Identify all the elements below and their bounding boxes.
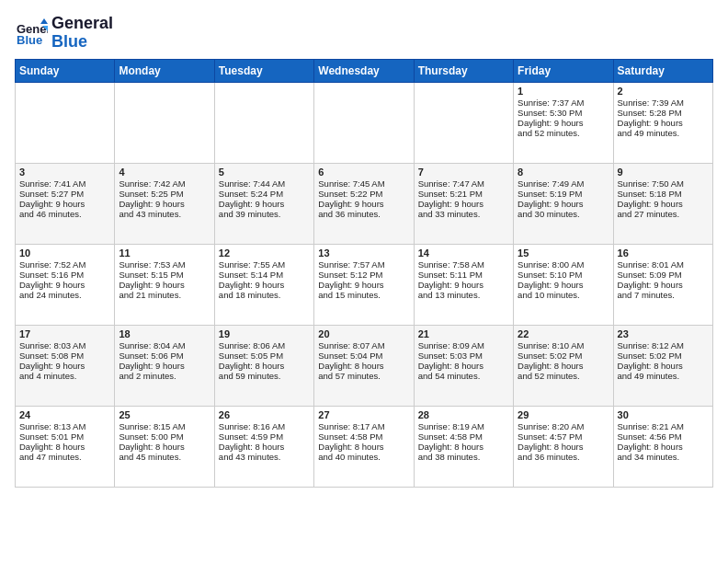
day-info: Sunrise: 7:39 AM	[618, 98, 709, 108]
day-info: Daylight: 9 hours	[318, 199, 409, 209]
day-info: Daylight: 9 hours	[219, 199, 310, 209]
calendar-cell: 25Sunrise: 8:15 AMSunset: 5:00 PMDayligh…	[115, 406, 214, 487]
weekday-header: Wednesday	[314, 59, 414, 82]
day-info: Daylight: 8 hours	[318, 361, 409, 371]
day-info: and 36 minutes.	[518, 452, 609, 462]
calendar-cell	[16, 82, 115, 163]
calendar-cell: 11Sunrise: 7:53 AMSunset: 5:15 PMDayligh…	[115, 244, 214, 325]
day-info: and 4 minutes.	[19, 371, 110, 381]
day-info: Sunset: 4:58 PM	[318, 431, 409, 442]
calendar-header: SundayMondayTuesdayWednesdayThursdayFrid…	[16, 59, 713, 82]
logo-blue: Blue	[51, 33, 113, 52]
day-info: and 43 minutes.	[119, 209, 210, 219]
day-number: 23	[618, 328, 709, 339]
day-info: Sunrise: 8:21 AM	[618, 421, 709, 431]
day-info: Daylight: 9 hours	[618, 118, 709, 128]
day-number: 20	[318, 328, 409, 339]
day-info: Daylight: 9 hours	[518, 118, 609, 128]
day-number: 24	[19, 409, 110, 420]
day-info: Daylight: 9 hours	[119, 199, 210, 209]
day-info: and 21 minutes.	[119, 290, 210, 300]
day-info: Sunrise: 7:57 AM	[318, 259, 409, 270]
calendar-cell: 21Sunrise: 8:09 AMSunset: 5:03 PMDayligh…	[414, 325, 513, 406]
day-info: and 13 minutes.	[418, 290, 509, 300]
day-info: Sunset: 5:04 PM	[318, 350, 409, 361]
calendar-cell	[115, 82, 214, 163]
day-info: Sunset: 4:59 PM	[219, 431, 310, 442]
day-info: Sunrise: 8:01 AM	[618, 259, 709, 270]
calendar-week-row: 3Sunrise: 7:41 AMSunset: 5:27 PMDaylight…	[16, 163, 713, 244]
day-number: 10	[19, 247, 110, 259]
day-info: Daylight: 8 hours	[19, 442, 110, 452]
day-info: Daylight: 9 hours	[618, 280, 709, 290]
day-info: Daylight: 9 hours	[19, 361, 110, 371]
day-number: 17	[19, 328, 110, 339]
day-info: and 47 minutes.	[19, 452, 110, 462]
calendar-cell: 26Sunrise: 8:16 AMSunset: 4:59 PMDayligh…	[214, 406, 313, 487]
calendar-cell	[214, 82, 313, 163]
calendar-cell	[414, 82, 513, 163]
calendar-week-row: 24Sunrise: 8:13 AMSunset: 5:01 PMDayligh…	[16, 406, 713, 487]
day-number: 14	[418, 247, 509, 259]
calendar-cell	[314, 82, 414, 163]
day-number: 30	[618, 409, 709, 420]
day-info: Sunset: 5:06 PM	[119, 350, 210, 361]
day-info: and 52 minutes.	[518, 371, 609, 381]
day-info: Daylight: 8 hours	[618, 442, 709, 452]
calendar-cell: 3Sunrise: 7:41 AMSunset: 5:27 PMDaylight…	[16, 163, 115, 244]
day-number: 28	[418, 409, 509, 420]
calendar-cell: 29Sunrise: 8:20 AMSunset: 4:57 PMDayligh…	[514, 406, 613, 487]
day-info: and 59 minutes.	[219, 371, 310, 381]
day-info: Sunrise: 8:17 AM	[318, 421, 409, 431]
calendar-cell: 28Sunrise: 8:19 AMSunset: 4:58 PMDayligh…	[414, 406, 513, 487]
calendar-week-row: 10Sunrise: 7:52 AMSunset: 5:16 PMDayligh…	[16, 244, 713, 325]
day-info: Sunrise: 8:07 AM	[318, 340, 409, 350]
day-info: Daylight: 9 hours	[318, 280, 409, 290]
calendar-cell: 4Sunrise: 7:42 AMSunset: 5:25 PMDaylight…	[115, 163, 214, 244]
calendar-cell: 27Sunrise: 8:17 AMSunset: 4:58 PMDayligh…	[314, 406, 414, 487]
calendar-cell: 30Sunrise: 8:21 AMSunset: 4:56 PMDayligh…	[613, 406, 712, 487]
day-info: Sunset: 5:19 PM	[518, 189, 609, 199]
day-info: Sunset: 5:15 PM	[119, 270, 210, 280]
day-number: 27	[318, 409, 409, 420]
day-info: Daylight: 8 hours	[418, 442, 509, 452]
day-number: 21	[418, 328, 509, 339]
day-info: Sunset: 5:27 PM	[19, 189, 110, 199]
day-info: and 49 minutes.	[618, 371, 709, 381]
day-number: 29	[518, 409, 609, 420]
day-info: and 10 minutes.	[518, 290, 609, 300]
day-number: 16	[618, 247, 709, 259]
day-info: and 33 minutes.	[418, 209, 509, 219]
day-info: and 57 minutes.	[318, 371, 409, 381]
weekday-header: Thursday	[414, 59, 513, 82]
calendar-table: SundayMondayTuesdayWednesdayThursdayFrid…	[15, 59, 713, 488]
logo: General Blue General Blue	[15, 15, 113, 52]
day-info: Sunrise: 8:06 AM	[219, 340, 310, 350]
day-info: Sunrise: 7:55 AM	[219, 259, 310, 270]
day-info: Daylight: 8 hours	[518, 442, 609, 452]
day-info: Sunrise: 8:15 AM	[119, 421, 210, 431]
day-info: Sunrise: 7:37 AM	[518, 98, 609, 108]
day-info: Daylight: 9 hours	[19, 280, 110, 290]
day-info: Sunrise: 7:52 AM	[19, 259, 110, 270]
calendar-cell: 10Sunrise: 7:52 AMSunset: 5:16 PMDayligh…	[16, 244, 115, 325]
calendar-cell: 1Sunrise: 7:37 AMSunset: 5:30 PMDaylight…	[514, 82, 613, 163]
day-info: Daylight: 9 hours	[518, 199, 609, 209]
day-number: 26	[219, 409, 310, 420]
day-info: Sunrise: 8:20 AM	[518, 421, 609, 431]
day-info: Daylight: 8 hours	[318, 442, 409, 452]
calendar-cell: 20Sunrise: 8:07 AMSunset: 5:04 PMDayligh…	[314, 325, 414, 406]
day-info: and 36 minutes.	[318, 209, 409, 219]
day-info: and 43 minutes.	[219, 452, 310, 462]
day-info: Sunrise: 8:16 AM	[219, 421, 310, 431]
day-info: and 15 minutes.	[318, 290, 409, 300]
day-info: Daylight: 8 hours	[518, 361, 609, 371]
day-info: Sunset: 5:02 PM	[518, 350, 609, 361]
day-info: Sunset: 5:16 PM	[19, 270, 110, 280]
weekday-header: Friday	[514, 59, 613, 82]
day-number: 4	[119, 167, 210, 178]
logo-icon: General Blue	[15, 17, 48, 50]
day-info: Daylight: 8 hours	[219, 442, 310, 452]
day-info: Daylight: 9 hours	[618, 199, 709, 209]
day-info: and 45 minutes.	[119, 452, 210, 462]
